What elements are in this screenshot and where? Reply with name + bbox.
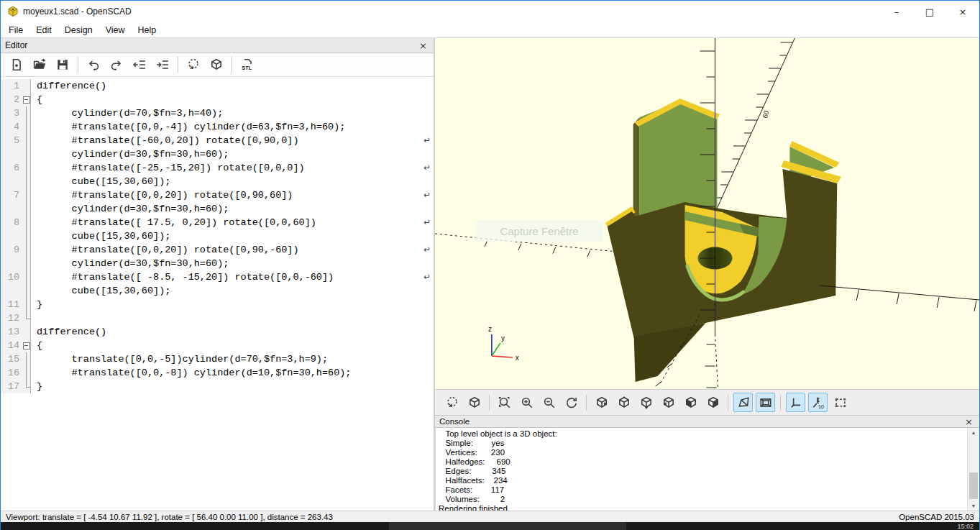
scroll-thumb[interactable] — [969, 472, 978, 499]
view-tool-zoom-all-icon[interactable] — [495, 393, 514, 412]
code-line[interactable]: 7 #translate([0,0,20]) rotate([0,90,60])… — [1, 188, 434, 202]
view-tool-zoom-in-icon[interactable] — [517, 393, 536, 412]
code-line[interactable]: 8 #translate([ 17.5, 0,20]) rotate([0,0,… — [1, 216, 434, 229]
code-line[interactable]: 4 #translate([0,0,-4]) cylinder(d=63,$fn… — [1, 120, 434, 134]
code-line[interactable]: cylinder(d=30,$fn=30,h=60); — [1, 147, 434, 161]
code-line[interactable]: cube([15,30,60]); — [1, 229, 434, 243]
console-lines: Top level object is a 3D object: Simple:… — [439, 429, 965, 511]
line-number: 14 — [1, 339, 22, 352]
code-text: #translate([0,0,-4]) cylinder(d=63,$fn=3… — [31, 120, 345, 134]
view-tool-view-right-icon[interactable] — [592, 393, 611, 412]
view-tool-reset-view-icon[interactable] — [562, 393, 581, 412]
code-line[interactable]: 3 cylinder(d=70,$fn=3,h=40); — [1, 106, 434, 120]
code-line[interactable]: 12 — [1, 311, 434, 325]
editor-close-icon[interactable]: × — [417, 41, 429, 50]
window-controls: – □ × — [880, 1, 979, 22]
code-line[interactable]: 9 #translate([0,0,20]) rotate([0,90,-60]… — [1, 243, 434, 257]
gizmo-y-label: y — [501, 334, 505, 342]
view-tool-view-left-icon[interactable] — [659, 393, 678, 412]
fold-column — [22, 175, 31, 188]
menu-edit[interactable]: Edit — [29, 22, 58, 37]
code-line[interactable]: 13difference() — [1, 325, 434, 339]
menu-file[interactable]: File — [2, 22, 29, 37]
code-line[interactable]: 5 #translate([-60,0,20]) rotate([0,90,0]… — [1, 134, 434, 147]
view-tool-perspective-icon[interactable] — [733, 393, 753, 412]
view-tool-render-icon[interactable] — [464, 393, 484, 412]
view-tool-orthogonal-icon[interactable] — [756, 393, 775, 412]
code-editor[interactable]: 1difference()2{3 cylinder(d=70,$fn=3,h=4… — [1, 77, 434, 511]
code-line[interactable]: 17} — [1, 380, 434, 393]
code-line[interactable]: 1difference() — [1, 79, 434, 93]
code-line[interactable]: 2{ — [1, 93, 434, 106]
fold-column — [22, 311, 31, 325]
code-text — [31, 311, 37, 325]
code-line[interactable]: 11} — [1, 298, 434, 311]
editor-tool-indent-icon[interactable] — [152, 55, 173, 74]
x-axis — [819, 285, 979, 311]
svg-text:STL: STL — [242, 65, 252, 71]
editor-toolbar: »STL — [1, 53, 434, 77]
scroll-down-icon[interactable]: ▼ — [968, 503, 979, 508]
menu-help[interactable]: Help — [132, 22, 163, 37]
menu-bar: FileEditDesignViewHelp — [1, 22, 979, 38]
fold-column — [22, 229, 31, 243]
menu-design[interactable]: Design — [58, 22, 99, 37]
fold-column — [22, 298, 31, 311]
console-line: Facets: 117 — [439, 485, 965, 495]
view-tool-zoom-out-icon[interactable] — [539, 393, 559, 412]
editor-tool-open-icon[interactable] — [29, 55, 50, 74]
line-number: 13 — [1, 325, 22, 339]
view-tool-view-bottom-icon[interactable] — [636, 393, 656, 412]
line-number: 17 — [1, 380, 22, 393]
3d-viewport[interactable]: 60 — [435, 38, 979, 389]
taskbar-button[interactable] — [389, 522, 626, 530]
code-line[interactable]: cylinder(d=30,$fn=30,h=60); — [1, 202, 434, 216]
editor-tool-preview-icon[interactable]: » — [183, 55, 203, 74]
line-number: 4 — [1, 120, 22, 134]
code-text: difference() — [31, 325, 106, 339]
editor-panel-header: Editor × — [1, 38, 434, 53]
editor-tool-undo-icon[interactable] — [83, 55, 104, 74]
code-line[interactable]: 10 #translate([ -8.5, -15,20]) rotate([0… — [1, 270, 434, 284]
fold-column — [22, 120, 31, 134]
editor-tool-unindent-icon[interactable] — [129, 55, 150, 74]
editor-tool-new-icon[interactable] — [6, 55, 27, 74]
code-line[interactable]: cube([15,30,60]); — [1, 284, 434, 298]
close-button[interactable]: × — [946, 1, 979, 22]
code-text: } — [31, 298, 42, 311]
code-line[interactable]: cube([15,30,60]); — [1, 175, 434, 188]
fold-marker-icon[interactable] — [22, 93, 31, 106]
line-number — [1, 202, 22, 216]
maximize-button[interactable]: □ — [913, 1, 946, 22]
code-text: #translate([-60,0,20]) rotate([0,90,0]) — [31, 134, 299, 147]
view-tool-show-edges-icon[interactable] — [830, 393, 850, 412]
view-tool-show-scale-icon[interactable]: 10 — [808, 393, 828, 412]
view-tool-view-front-icon[interactable] — [681, 393, 700, 412]
scroll-up-icon[interactable]: ▲ — [968, 430, 979, 435]
console-close-icon[interactable]: × — [963, 417, 975, 426]
code-line[interactable]: cylinder(d=30,$fn=30,h=60); — [1, 257, 434, 270]
code-text: } — [31, 380, 42, 393]
windows-taskbar[interactable]: 15:02 — [1, 522, 979, 530]
fold-column — [22, 161, 31, 175]
fold-marker-icon[interactable] — [22, 339, 31, 352]
code-line[interactable]: 6 #translate([-25,-15,20]) rotate([0,0,0… — [1, 161, 434, 175]
openscad-window: moyeux1.scad - OpenSCAD – □ × FileEditDe… — [0, 0, 980, 530]
model-geometry — [605, 99, 842, 382]
editor-tool-export-stl-icon[interactable]: STL — [237, 55, 257, 74]
console-scrollbar[interactable]: ▲ ▼ — [967, 428, 979, 511]
code-line[interactable]: 14{ — [1, 339, 434, 352]
menu-view[interactable]: View — [99, 22, 132, 37]
editor-tool-redo-icon[interactable] — [106, 55, 127, 74]
view-tool-preview-icon[interactable]: » — [442, 393, 462, 412]
window-title: moyeux1.scad - OpenSCAD — [23, 6, 132, 17]
view-tool-view-top-icon[interactable] — [614, 393, 633, 412]
code-line[interactable]: 15 translate([0,0,-5])cylinder(d=70,$fn=… — [1, 352, 434, 366]
editor-tool-render-icon[interactable] — [206, 55, 226, 74]
code-line[interactable]: 16 #translate([0,0,-8]) cylinder(d=10,$f… — [1, 366, 434, 380]
minimize-button[interactable]: – — [880, 1, 913, 22]
view-tool-view-back-icon[interactable] — [703, 393, 723, 412]
editor-tool-save-icon[interactable] — [52, 55, 73, 74]
view-tool-show-axes-icon[interactable] — [786, 393, 805, 412]
y-ruler-axis — [709, 38, 795, 216]
